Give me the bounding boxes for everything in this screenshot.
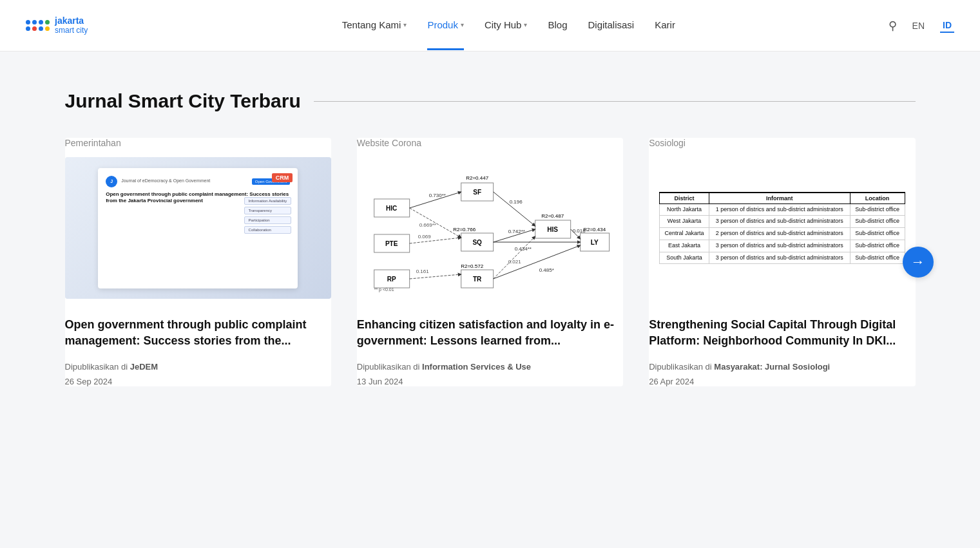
svg-line-39 bbox=[493, 245, 580, 279]
svg-text:0.196: 0.196 bbox=[509, 199, 523, 205]
table-row: East Jakarta3 person of districs and sub… bbox=[660, 240, 905, 252]
tag-participation: Participation bbox=[244, 216, 292, 224]
card-title: Enhancing citizen satisfaction and loyal… bbox=[357, 317, 623, 349]
card-category: Pemerintahan bbox=[65, 138, 331, 148]
table-header-informant: Informant bbox=[709, 193, 850, 204]
svg-text:** p <0.01: ** p <0.01 bbox=[374, 287, 394, 292]
card-date: 13 Jun 2024 bbox=[357, 377, 623, 386]
svg-text:0.730**: 0.730** bbox=[428, 193, 445, 198]
table-cell: Sub-district office bbox=[850, 216, 905, 228]
nav-links: Tentang Kami ▾ Produk ▾ City Hub ▾ Blog … bbox=[342, 1, 675, 50]
card-1[interactable]: Pemerintahan CRM J Journal of eDemocracy… bbox=[65, 138, 331, 386]
search-icon[interactable]: ⚲ bbox=[889, 19, 897, 33]
table-cell: East Jakarta bbox=[660, 240, 709, 252]
svg-text:HIS: HIS bbox=[547, 226, 558, 233]
svg-text:SQ: SQ bbox=[472, 239, 482, 246]
crm-badge: CRM bbox=[272, 173, 293, 182]
nav-item-karir[interactable]: Karir bbox=[655, 1, 675, 50]
card-published: Dipublikasikan di Information Services &… bbox=[357, 362, 623, 372]
next-arrow-button[interactable]: → bbox=[903, 247, 934, 278]
cards-grid: Pemerintahan CRM J Journal of eDemocracy… bbox=[65, 138, 916, 386]
svg-text:0.018: 0.018 bbox=[572, 228, 586, 234]
card-2[interactable]: Website Corona HIC PTE RP SF R2=0.447 bbox=[357, 138, 623, 386]
table-cell: Sub-district office bbox=[850, 240, 905, 252]
logo[interactable]: jakarta smart city bbox=[26, 16, 129, 35]
nav-item-city-hub[interactable]: City Hub ▾ bbox=[485, 1, 528, 50]
svg-text:RP: RP bbox=[387, 276, 396, 283]
card-title: Strengthening Social Capital Through Dig… bbox=[649, 317, 915, 349]
card-image-3: District Informant Location North Jakart… bbox=[649, 157, 915, 299]
svg-line-29 bbox=[493, 192, 535, 226]
table-cell: 3 person of districs and sub-district ad… bbox=[709, 240, 850, 252]
navbar: jakarta smart city Tentang Kami ▾ Produk… bbox=[0, 0, 980, 52]
svg-text:0.434**: 0.434** bbox=[514, 246, 531, 252]
svg-line-33 bbox=[493, 236, 535, 279]
table-cell: North Jakarta bbox=[660, 203, 709, 216]
svg-line-25 bbox=[409, 238, 461, 243]
svg-text:R2=0.447: R2=0.447 bbox=[466, 175, 488, 181]
card-image-2: HIC PTE RP SF R2=0.447 SQ R2=0.766 TR R bbox=[357, 157, 623, 299]
table-cell: Central Jakarta bbox=[660, 228, 709, 240]
card-image-1: CRM J Journal of eDemocracy & Open Gover… bbox=[65, 157, 331, 299]
tag-info-avail: Information Availability bbox=[244, 197, 292, 205]
card-title: Open government through public complaint… bbox=[65, 317, 331, 349]
nav-right: ⚲ EN ID bbox=[889, 19, 954, 33]
table-cell: Sub-district office bbox=[850, 228, 905, 240]
logo-text: jakarta smart city bbox=[55, 16, 88, 35]
nav-item-blog[interactable]: Blog bbox=[548, 1, 567, 50]
card-published: Dipublikasikan di JeDEM bbox=[65, 362, 331, 372]
nav-item-digitalisasi[interactable]: Digitalisasi bbox=[588, 1, 635, 50]
card-3[interactable]: Sosiologi District Informant Location No… bbox=[649, 138, 915, 386]
table-header-location: Location bbox=[850, 193, 905, 204]
logo-dots bbox=[26, 20, 50, 31]
table-header-district: District bbox=[660, 193, 709, 204]
table-cell: Sub-district office bbox=[850, 252, 905, 264]
card-category: Sosiologi bbox=[649, 138, 915, 148]
table-row: South Jakarta3 person of districs and su… bbox=[660, 252, 905, 264]
caret-icon: ▾ bbox=[403, 21, 407, 28]
table-cell: 3 person of districs and sub-district ad… bbox=[709, 216, 850, 228]
svg-text:R2=0.766: R2=0.766 bbox=[453, 227, 476, 232]
svg-text:PTE: PTE bbox=[385, 240, 398, 247]
section-title: Jurnal Smart City Terbaru bbox=[65, 90, 301, 112]
section-divider bbox=[314, 101, 916, 102]
svg-text:0.669**: 0.669** bbox=[419, 222, 436, 228]
table-cell: South Jakarta bbox=[660, 252, 709, 264]
svg-text:0.742**: 0.742** bbox=[508, 229, 524, 234]
svg-text:SF: SF bbox=[473, 189, 481, 196]
table-cell: 1 person of districs and sub-district ad… bbox=[709, 203, 850, 216]
svg-text:R2=0.434: R2=0.434 bbox=[583, 227, 606, 232]
card-category: Website Corona bbox=[357, 138, 623, 148]
card-date: 26 Sep 2024 bbox=[65, 377, 331, 386]
svg-text:HIC: HIC bbox=[386, 205, 397, 212]
table-row: West Jakarta3 person of districs and sub… bbox=[660, 216, 905, 228]
nav-item-produk[interactable]: Produk ▾ bbox=[427, 1, 464, 50]
lang-id-button[interactable]: ID bbox=[940, 19, 954, 33]
svg-text:0.161: 0.161 bbox=[416, 269, 429, 274]
tag-transparency: Transparency bbox=[244, 207, 292, 214]
caret-icon: ▾ bbox=[524, 21, 527, 28]
diagram-svg: HIC PTE RP SF R2=0.447 SQ R2=0.766 TR R bbox=[363, 164, 617, 292]
table-cell: West Jakarta bbox=[660, 216, 709, 228]
journal-header-label: Journal of eDemocracy & Open Government bbox=[121, 178, 248, 184]
svg-text:TR: TR bbox=[473, 276, 482, 283]
table-cell: Sub-district office bbox=[850, 203, 905, 216]
data-table: District Informant Location North Jakart… bbox=[659, 192, 905, 264]
card-published: Dipublikasikan di Masyarakat: Jurnal Sos… bbox=[649, 362, 915, 372]
table-cell: 3 person of districs and sub-district ad… bbox=[709, 252, 850, 264]
nav-item-tentang-kami[interactable]: Tentang Kami ▾ bbox=[342, 1, 407, 50]
caret-icon: ▾ bbox=[461, 21, 464, 28]
svg-line-27 bbox=[409, 274, 461, 279]
svg-text:R2=0.572: R2=0.572 bbox=[461, 263, 483, 269]
svg-text:LY: LY bbox=[591, 239, 599, 246]
journal-tags: Information Availability Transparency Pa… bbox=[244, 197, 292, 234]
page-body: Jurnal Smart City Terbaru Pemerintahan C… bbox=[26, 52, 954, 412]
table-row: North Jakarta1 person of districs and su… bbox=[660, 203, 905, 216]
table-row: Central Jakarta2 person of districs and … bbox=[660, 228, 905, 240]
tag-collaboration: Collaboration bbox=[244, 226, 292, 234]
section-title-row: Jurnal Smart City Terbaru bbox=[65, 90, 916, 112]
card-date: 26 Apr 2024 bbox=[649, 377, 915, 386]
lang-en-button[interactable]: EN bbox=[910, 19, 927, 32]
svg-text:0.485*: 0.485* bbox=[539, 267, 553, 273]
svg-text:0.021: 0.021 bbox=[508, 259, 521, 265]
